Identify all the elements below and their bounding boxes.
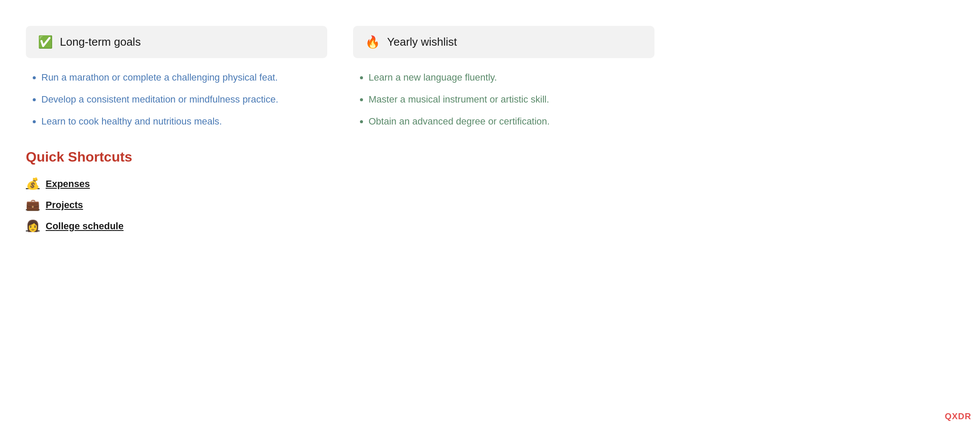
list-item: Master a musical instrument or artistic …	[369, 92, 654, 106]
college-schedule-label: College schedule	[46, 221, 124, 232]
shortcut-projects[interactable]: 💼 Projects	[26, 198, 327, 212]
long-term-goals-emoji: ✅	[38, 36, 53, 48]
list-item[interactable]: Develop a consistent meditation or mindf…	[41, 92, 327, 106]
list-item[interactable]: Run a marathon or complete a challenging…	[41, 70, 327, 84]
yearly-wishlist-list: Learn a new language fluently. Master a …	[353, 70, 654, 128]
long-term-goals-list: Run a marathon or complete a challenging…	[26, 70, 327, 128]
projects-emoji: 💼	[26, 198, 40, 212]
yearly-wishlist-card: 🔥 Yearly wishlist	[353, 26, 654, 58]
yearly-wishlist-title: Yearly wishlist	[387, 35, 457, 49]
long-term-goals-title: Long-term goals	[60, 35, 141, 49]
projects-label: Projects	[46, 199, 83, 211]
yearly-wishlist-emoji: 🔥	[365, 36, 380, 48]
list-item: Obtain an advanced degree or certificati…	[369, 114, 654, 128]
long-term-goals-card: ✅ Long-term goals	[26, 26, 327, 58]
college-schedule-emoji: 👩	[26, 219, 40, 233]
shortcut-college-schedule[interactable]: 👩 College schedule	[26, 219, 327, 233]
shortcut-expenses[interactable]: 💰 Expenses	[26, 177, 327, 190]
main-layout: ✅ Long-term goals Run a marathon or comp…	[26, 26, 954, 233]
expenses-label: Expenses	[46, 178, 90, 190]
expenses-emoji: 💰	[26, 177, 40, 190]
quick-shortcuts-heading: Quick Shortcuts	[26, 149, 327, 165]
list-item[interactable]: Learn to cook healthy and nutritious mea…	[41, 114, 327, 128]
left-column: ✅ Long-term goals Run a marathon or comp…	[26, 26, 327, 233]
shortcuts-list: 💰 Expenses 💼 Projects 👩 College schedule	[26, 177, 327, 233]
right-column: 🔥 Yearly wishlist Learn a new language f…	[353, 26, 654, 233]
xda-watermark: QXDR	[945, 411, 971, 421]
list-item: Learn a new language fluently.	[369, 70, 654, 84]
